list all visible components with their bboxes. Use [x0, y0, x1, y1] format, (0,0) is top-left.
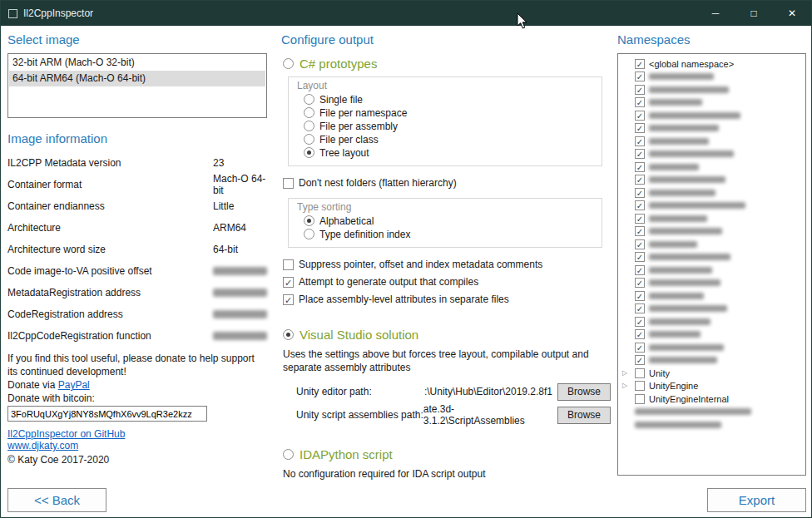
output-option-checkbox[interactable]: ✓Attempt to generate output that compile… [283, 275, 611, 289]
browse-assemblies-button[interactable]: Browse [557, 407, 611, 424]
checkbox-icon [283, 178, 294, 189]
idapython-script-radio[interactable]: IDAPython script [283, 446, 611, 462]
info-row: Architecture word size64-bit [7, 239, 267, 260]
type-sorting-option-radio[interactable]: Type definition index [304, 228, 593, 240]
namespace-row[interactable]: ▷UnityEngine [620, 380, 804, 393]
info-label: MetadataRegistration address [7, 287, 213, 298]
flatten-hierarchy-checkbox[interactable]: Don't nest folders (flatten hierarchy) [283, 176, 611, 190]
unity-script-assemblies-path-row: Unity script assemblies path: ate.3d-3.1… [296, 406, 611, 424]
maximize-button[interactable]: □ [735, 1, 773, 26]
info-row: MetadataRegistration address [7, 282, 267, 303]
close-button[interactable]: ✕ [773, 1, 811, 26]
namespace-row[interactable]: ✓ [620, 277, 804, 290]
export-button[interactable]: Export [707, 488, 806, 512]
type-sorting-option-radio[interactable]: Alphabetical [304, 215, 593, 227]
namespace-row[interactable]: ✓ [620, 135, 804, 148]
layout-group-label: Layout [297, 80, 593, 91]
csharp-prototypes-radio[interactable]: C# prototypes [283, 55, 611, 72]
namespace-row[interactable]: ✓ [620, 160, 804, 174]
namespace-row[interactable]: ✓ [620, 122, 804, 136]
namespace-list[interactable]: ✓<global namespace>✓✓✓✓✓✓✓✓✓✓✓✓✓✓✓✓✓✓✓✓✓… [617, 53, 806, 476]
browse-editor-button[interactable]: Browse [557, 383, 611, 401]
left-panel: Select image 32-bit ARM (Mach-O 32-bit)6… [7, 32, 267, 466]
expander-icon[interactable]: ▷ [622, 369, 631, 377]
checkbox-icon [635, 381, 645, 391]
redacted-namespace [635, 408, 751, 415]
website-link[interactable]: www.djkaty.com [7, 440, 267, 451]
namespace-row[interactable]: ✓ [620, 174, 804, 187]
redacted-namespace [649, 305, 727, 312]
radio-icon [283, 58, 294, 69]
image-list[interactable]: 32-bit ARM (Mach-O 32-bit)64-bit ARM64 (… [7, 53, 267, 118]
layout-option-radio[interactable]: Tree layout [304, 146, 593, 159]
redacted-namespace [649, 357, 717, 363]
layout-option-radio[interactable]: File per class [304, 133, 593, 146]
redacted-namespace [649, 279, 720, 286]
github-link[interactable]: Il2CppInspector on GitHub [7, 428, 267, 440]
namespace-row[interactable]: ✓ [620, 289, 804, 303]
namespace-row[interactable]: ✓ [620, 212, 804, 225]
layout-option-radio[interactable]: Single file [304, 93, 593, 106]
namespace-row[interactable]: ✓ [620, 303, 804, 316]
namespace-row[interactable]: ▷Unity [620, 367, 804, 380]
configure-output-panel: Configure output C# prototypes Layout Si… [281, 32, 611, 481]
type-sorting-groupbox: Type sorting AlphabeticalType definition… [288, 198, 602, 248]
namespace-row[interactable]: ✓ [620, 71, 804, 84]
namespace-row[interactable] [620, 406, 804, 419]
checkbox-icon: ✓ [635, 111, 645, 121]
layout-option-radio[interactable]: File per assembly [304, 120, 593, 132]
namespace-row[interactable]: ✓ [620, 315, 804, 328]
image-list-item[interactable]: 32-bit ARM (Mach-O 32-bit) [9, 55, 265, 71]
checkbox-icon: ✓ [635, 162, 645, 172]
image-information-heading: Image information [7, 131, 267, 146]
namespace-row[interactable]: ✓ [620, 96, 804, 110]
namespace-row[interactable]: ✓ [620, 354, 804, 368]
minimize-button[interactable]: ─ [696, 1, 735, 26]
output-option-checkbox[interactable]: Suppress pointer, offset and index metad… [283, 258, 611, 271]
title-bar[interactable]: Il2CppInspector ─ □ ✕ [1, 1, 811, 26]
paypal-link[interactable]: PayPal [58, 379, 90, 391]
donate-paypal-line: Donate via PayPal [7, 378, 267, 392]
bitcoin-address-input[interactable] [7, 406, 207, 422]
redacted-namespace [649, 318, 710, 325]
visual-studio-radio[interactable]: Visual Studio solution [283, 326, 611, 343]
namespace-row[interactable]: ✓ [620, 238, 804, 251]
back-button[interactable]: << Back [7, 488, 106, 512]
type-sorting-group-label: Type sorting [297, 201, 593, 213]
info-value: 23 [213, 157, 224, 169]
output-option-checkbox[interactable]: ✓Place assembly-level attributes in sepa… [283, 293, 611, 306]
checkbox-icon: ✓ [635, 265, 645, 275]
checkbox-icon: ✓ [635, 329, 645, 339]
visual-studio-description: Uses the settings above but forces tree … [283, 348, 609, 374]
info-value: ARM64 [213, 222, 246, 234]
image-list-item[interactable]: 64-bit ARM64 (Mach-O 64-bit) [9, 71, 265, 86]
layout-option-radio[interactable]: File per namespace [304, 106, 593, 119]
expander-icon[interactable]: ▷ [622, 382, 631, 390]
namespace-row[interactable]: UnityEngineInternal [620, 392, 804, 406]
namespace-row[interactable]: ✓ [620, 328, 804, 342]
namespace-row[interactable]: ✓ [620, 83, 804, 96]
namespace-row[interactable]: ✓ [620, 251, 804, 264]
namespace-row[interactable]: ✓ [620, 186, 804, 200]
info-row: ArchitectureARM64 [7, 217, 267, 239]
info-label: Il2CppCodeRegistration function [7, 330, 213, 342]
namespace-row[interactable] [620, 418, 804, 432]
donate-bitcoin-label: Donate with bitcoin: [7, 392, 267, 405]
namespace-row[interactable]: ✓ [620, 341, 804, 354]
namespace-row[interactable]: ✓ [620, 225, 804, 239]
window-controls: ─ □ ✕ [696, 1, 811, 26]
checkbox-icon: ✓ [635, 123, 645, 133]
namespace-row[interactable]: ✓ [620, 109, 804, 122]
redacted-value [213, 289, 267, 297]
checkbox-icon: ✓ [635, 59, 645, 69]
checkbox-icon: ✓ [283, 294, 294, 305]
checkbox-icon [283, 259, 294, 270]
type-sorting-option-radio-label: Alphabetical [319, 215, 374, 227]
namespace-row[interactable]: ✓ [620, 264, 804, 277]
namespace-row[interactable]: ✓ [620, 148, 804, 161]
redacted-namespace [649, 293, 704, 299]
namespace-row[interactable]: ✓ [620, 200, 804, 213]
configure-output-heading: Configure output [281, 32, 611, 47]
namespace-row[interactable]: ✓<global namespace> [620, 57, 804, 71]
info-value: Little [213, 200, 234, 212]
